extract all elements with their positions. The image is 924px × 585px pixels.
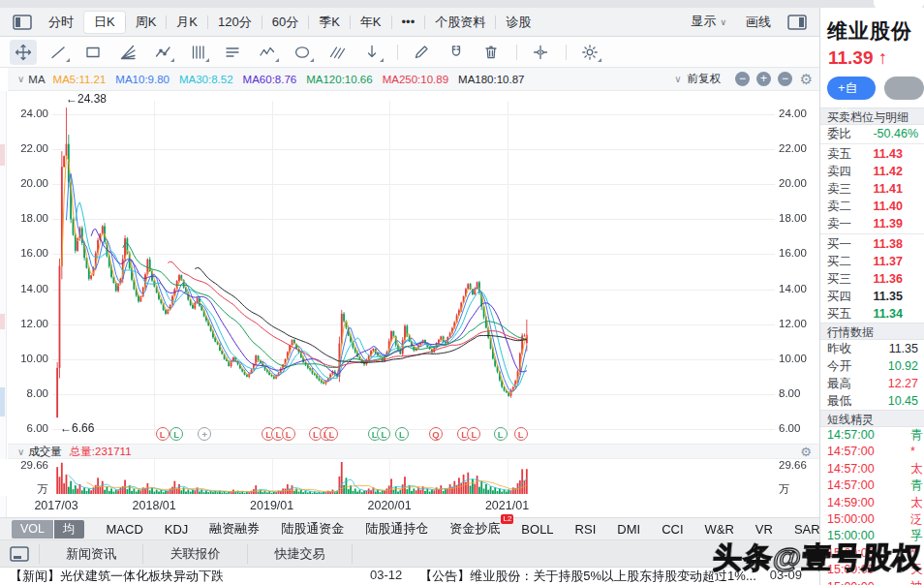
chart-settings-gear-icon[interactable]: ⚙ xyxy=(799,72,814,86)
quote-panel: 维业股份 11.39 ↑ +自选 买卖档位与明细 委比 -50.46% 卖五11… xyxy=(819,8,924,585)
indicator-tab-SAR[interactable]: SAR xyxy=(794,522,820,537)
trend-line-icon[interactable] xyxy=(45,40,72,65)
alert-time: 15:00:00 xyxy=(827,580,875,585)
polyline-icon[interactable] xyxy=(149,40,176,65)
ellipse-icon[interactable] xyxy=(289,40,316,65)
volume-canvas[interactable] xyxy=(0,459,819,496)
indicator-tab-BOLL[interactable]: BOLL xyxy=(521,522,553,537)
bottom-panel-toggle-icon[interactable] xyxy=(10,546,29,562)
ma-legend-6: MA250:10.89 xyxy=(383,74,448,85)
adjust-chevron-icon: ∨ xyxy=(674,74,681,84)
bottom-tabs: 新闻资讯关联报价快捷交易 xyxy=(0,540,819,568)
news-tab-2[interactable]: 关联报价 xyxy=(143,544,248,564)
volume-axis-label: 29.66 xyxy=(6,459,48,471)
text-note-icon[interactable] xyxy=(219,40,246,65)
alert-row[interactable]: 14:57:00太 xyxy=(820,461,924,477)
quote-row: 昨收11.35 xyxy=(820,340,924,357)
price-tick-right: 22.00 xyxy=(779,142,821,154)
period-tab-3[interactable]: 周K xyxy=(126,12,167,33)
gann-fan-icon[interactable] xyxy=(114,40,141,65)
news-item-1[interactable]: 【新闻】光伏建筑一体化板块异动下跌03-12 xyxy=(10,568,419,585)
indicator-tab-RSI[interactable]: RSI xyxy=(575,522,597,537)
period-tab-2[interactable]: 日K xyxy=(84,12,125,33)
signal-marker-Q[interactable]: Q xyxy=(429,427,443,441)
period-tab-6[interactable]: 60分 xyxy=(262,12,308,33)
ask-row-value: 11.39 xyxy=(873,215,903,232)
add-watchlist-button[interactable]: +自选 xyxy=(827,77,876,100)
settings-gear-icon[interactable] xyxy=(576,40,603,65)
zoom-in-button[interactable]: + xyxy=(756,72,771,86)
signal-marker-L[interactable]: L xyxy=(395,427,409,441)
alert-row[interactable]: 14:57:00* xyxy=(820,444,924,460)
indicator-chip-均线[interactable]: 均线 xyxy=(53,520,84,539)
x-axis-tick: 2021/01 xyxy=(474,499,541,512)
pencil-icon[interactable] xyxy=(408,40,435,65)
alert-row[interactable]: 15:00:00神 xyxy=(820,579,924,585)
draw-line-menu[interactable]: 画线 xyxy=(736,12,781,33)
high-annotation: ←24.38 xyxy=(66,92,107,106)
indicator-chip-VOL[interactable]: VOL xyxy=(12,520,53,539)
indicator-tab-资金抄底[interactable]: 资金抄底L2 xyxy=(449,520,500,538)
period-tab-1[interactable]: 分时 xyxy=(39,12,83,33)
signal-marker-L[interactable]: L xyxy=(156,427,169,441)
indicator-tab-DMI[interactable]: DMI xyxy=(617,522,640,537)
period-tab-5[interactable]: 120分 xyxy=(208,12,262,33)
x-axis-tick: 2020/01 xyxy=(355,499,423,512)
move-crosshair-icon[interactable] xyxy=(10,40,37,65)
news-tab-1[interactable]: 新闻资讯 xyxy=(39,544,143,564)
period-tab-9[interactable]: ••• xyxy=(392,12,425,33)
news-tab-3[interactable]: 快捷交易 xyxy=(248,544,353,564)
trash-icon[interactable] xyxy=(477,40,505,65)
alert-row[interactable]: 15:00:00泛 xyxy=(820,511,924,528)
indicator-tab-融资融券[interactable]: 融资融券 xyxy=(209,520,260,538)
indicator-tab-CCI[interactable]: CCI xyxy=(662,522,683,537)
zoom-out-button[interactable]: − xyxy=(735,72,750,86)
alert-stock-tag: 太 xyxy=(910,461,923,477)
period-tab-11[interactable]: 诊股 xyxy=(496,12,540,33)
left-panel-toggle-icon[interactable] xyxy=(10,12,35,33)
remove-pane-button[interactable]: − xyxy=(778,72,792,86)
volume-settings-gear-icon[interactable]: ⚙ xyxy=(800,445,812,459)
x-axis-tick: 2018/01 xyxy=(120,499,188,512)
wave-line-icon[interactable] xyxy=(254,40,281,65)
ask-row-label: 卖四 xyxy=(827,163,851,180)
period-tab-7[interactable]: 季K xyxy=(309,12,350,33)
dropdown-caret-icon xyxy=(380,58,384,62)
indicator-tab-VR[interactable]: VR xyxy=(755,522,773,537)
ma-bar-right: ∨ 前复权 −+− ⚙ xyxy=(670,72,814,86)
signal-marker-L[interactable]: L xyxy=(514,427,528,441)
magnet-icon[interactable] xyxy=(443,40,470,65)
right-panel-toggle-icon[interactable] xyxy=(785,12,810,33)
hatch-lines-icon[interactable] xyxy=(323,40,351,65)
indicator-tab-陆股通资金[interactable]: 陆股通资金 xyxy=(281,520,344,538)
period-tab-8[interactable]: 年K xyxy=(351,12,391,33)
quote-section-header: 行情数据 xyxy=(820,323,924,340)
indicator-tab-陆股通持仓[interactable]: 陆股通持仓 xyxy=(365,520,428,538)
adjust-mode-menu[interactable]: 前复权 xyxy=(688,72,722,86)
signal-marker-L[interactable]: L xyxy=(282,427,295,441)
period-tab-10[interactable]: 个股资料 xyxy=(425,12,495,33)
clipped-button[interactable] xyxy=(884,77,924,100)
alerts-section-header: 短线精灵 xyxy=(820,410,924,427)
rectangle-icon[interactable] xyxy=(79,40,107,65)
vertical-lines-icon[interactable] xyxy=(184,40,211,65)
indicator-tab-W&R[interactable]: W&R xyxy=(705,522,734,537)
collapse-ma-icon[interactable]: ∨ xyxy=(17,74,24,84)
signal-marker-L[interactable]: L xyxy=(494,427,508,441)
alert-row[interactable]: 14:59:00太 xyxy=(820,495,924,511)
ask-row-value: 11.40 xyxy=(873,198,903,215)
split-view-icon[interactable] xyxy=(527,40,554,65)
toolbar-divider xyxy=(516,45,517,60)
price-chart-canvas[interactable] xyxy=(0,91,819,444)
indicator-tab-KDJ[interactable]: KDJ xyxy=(165,522,189,537)
period-tab-4[interactable]: 月K xyxy=(167,12,207,33)
display-menu[interactable]: 显示∨ xyxy=(681,11,736,33)
collapse-volume-icon[interactable]: ∨ xyxy=(17,446,24,457)
arrow-down-icon[interactable] xyxy=(358,40,385,65)
alert-row[interactable]: 14:57:00青 xyxy=(820,477,924,494)
dropdown-caret-icon xyxy=(170,58,174,62)
quote-value: 10.45 xyxy=(888,392,918,410)
news-item-date: 03-12 xyxy=(370,568,402,585)
indicator-tab-MACD[interactable]: MACD xyxy=(107,522,143,537)
alert-row[interactable]: 14:57:00青 xyxy=(820,427,924,444)
